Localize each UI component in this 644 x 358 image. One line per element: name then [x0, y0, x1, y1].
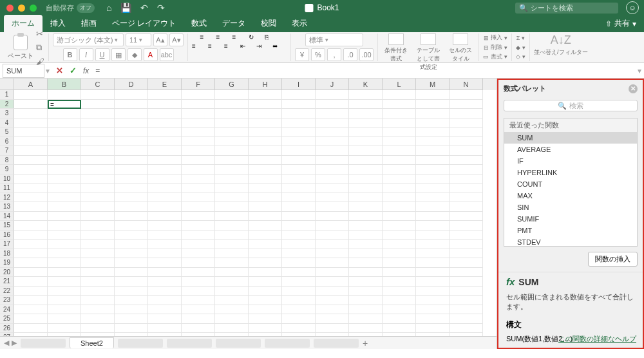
cell[interactable] — [282, 174, 316, 184]
share-button[interactable]: ⇧ 共有 ▾ — [605, 18, 636, 29]
cell[interactable] — [282, 193, 316, 203]
cell[interactable] — [416, 184, 450, 193]
cell[interactable] — [249, 324, 282, 334]
cell[interactable] — [282, 165, 316, 174]
cell[interactable] — [249, 90, 282, 100]
format-painter-icon[interactable]: 🖌 — [36, 57, 44, 66]
row-header[interactable]: 1 — [0, 90, 14, 100]
cell[interactable] — [416, 258, 450, 268]
cell[interactable] — [148, 127, 182, 137]
zoom-window-icon[interactable] — [30, 5, 37, 12]
cell[interactable] — [48, 118, 81, 128]
cell[interactable] — [182, 118, 215, 128]
decrease-indent-icon[interactable]: ⇤ — [240, 42, 254, 50]
cell[interactable] — [316, 324, 349, 334]
orientation-icon[interactable]: ↻ — [249, 33, 263, 41]
cell[interactable] — [416, 127, 450, 137]
cell[interactable] — [14, 118, 48, 128]
cell[interactable] — [249, 100, 282, 109]
cell[interactable] — [282, 314, 316, 324]
palette-close-button[interactable]: ✕ — [629, 84, 638, 93]
function-list-item[interactable]: MAX — [504, 190, 637, 202]
cell[interactable] — [81, 174, 115, 184]
cell[interactable] — [182, 109, 215, 118]
cell[interactable] — [282, 324, 316, 334]
cell[interactable] — [48, 202, 81, 212]
cell[interactable] — [316, 184, 349, 193]
cell[interactable] — [14, 156, 48, 165]
cell[interactable] — [215, 184, 249, 193]
cancel-formula-icon[interactable]: ✕ — [56, 66, 63, 75]
font-color-button[interactable]: A — [144, 48, 158, 61]
cell[interactable] — [148, 156, 182, 165]
cell[interactable] — [383, 268, 416, 278]
cell[interactable] — [383, 127, 416, 137]
cell[interactable] — [215, 249, 249, 259]
cell[interactable] — [81, 221, 115, 231]
cell[interactable] — [249, 305, 282, 315]
cell[interactable] — [316, 258, 349, 268]
cell[interactable] — [249, 184, 282, 193]
cell[interactable] — [450, 231, 483, 240]
delete-cells-button[interactable]: ⊟削除▾ — [484, 43, 507, 52]
cell[interactable] — [282, 202, 316, 212]
cell[interactable] — [148, 240, 182, 249]
row-header[interactable]: 24 — [0, 305, 14, 315]
cell[interactable] — [249, 249, 282, 259]
cell[interactable] — [14, 287, 48, 296]
cell[interactable] — [81, 90, 115, 100]
cell[interactable] — [450, 165, 483, 174]
cell[interactable] — [349, 127, 383, 137]
paste-button[interactable]: ペースト — [8, 35, 33, 61]
cell[interactable] — [215, 212, 249, 221]
function-list-item[interactable]: SIN — [504, 202, 637, 213]
cell[interactable] — [215, 287, 249, 296]
cell[interactable] — [383, 90, 416, 100]
sheet-tab-ghost[interactable] — [216, 339, 261, 348]
cell[interactable] — [282, 240, 316, 249]
cell[interactable] — [416, 146, 450, 156]
cell[interactable] — [316, 174, 349, 184]
cell[interactable] — [349, 156, 383, 165]
cell[interactable] — [81, 118, 115, 128]
cell[interactable] — [349, 287, 383, 296]
cell[interactable] — [383, 231, 416, 240]
cell[interactable] — [349, 277, 383, 287]
cell[interactable] — [14, 268, 48, 278]
cell[interactable] — [349, 202, 383, 212]
cell[interactable] — [14, 100, 48, 109]
cell[interactable] — [282, 305, 316, 315]
cell[interactable] — [182, 146, 215, 156]
cell[interactable] — [115, 231, 148, 240]
cell[interactable] — [450, 212, 483, 221]
cell[interactable] — [148, 137, 182, 147]
column-header[interactable]: N — [450, 79, 483, 90]
cell[interactable] — [48, 109, 81, 118]
cell[interactable] — [48, 231, 81, 240]
cell[interactable] — [383, 296, 416, 305]
cell[interactable] — [215, 193, 249, 203]
cell[interactable] — [182, 314, 215, 324]
cell[interactable] — [416, 90, 450, 100]
cell[interactable] — [450, 100, 483, 109]
cell[interactable] — [450, 184, 483, 193]
add-sheet-button[interactable]: + — [363, 338, 368, 348]
cell[interactable] — [249, 221, 282, 231]
wrap-text-icon[interactable]: ⎘ — [265, 33, 279, 41]
cell[interactable] — [115, 296, 148, 305]
cell[interactable] — [14, 221, 48, 231]
cell[interactable] — [81, 193, 115, 203]
function-help-link[interactable]: この関数の詳細なヘルプ — [558, 334, 636, 344]
cell[interactable] — [48, 165, 81, 174]
function-list-item[interactable]: SUMIF — [504, 213, 637, 225]
cell[interactable] — [450, 221, 483, 231]
row-header[interactable]: 7 — [0, 146, 14, 156]
clear-button[interactable]: ◇▾ — [516, 52, 526, 61]
cell[interactable] — [215, 305, 249, 315]
cell[interactable] — [81, 202, 115, 212]
cell[interactable] — [215, 165, 249, 174]
column-header[interactable]: A — [14, 79, 48, 90]
cell[interactable] — [282, 212, 316, 221]
cell[interactable] — [182, 184, 215, 193]
cell[interactable] — [215, 146, 249, 156]
